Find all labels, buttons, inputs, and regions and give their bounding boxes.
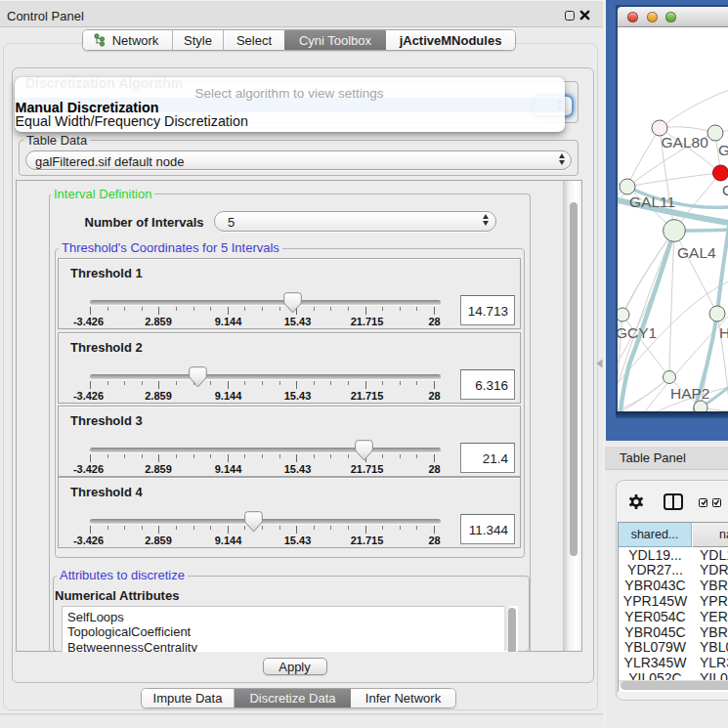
svg-text:GAL11: GAL11: [629, 193, 675, 210]
svg-text:GAL80: GAL80: [662, 134, 709, 150]
svg-text:H: H: [719, 324, 728, 341]
svg-text:HAP2: HAP2: [670, 385, 710, 402]
svg-text:GCY1: GCY1: [618, 324, 657, 341]
svg-text:GAL4: GAL4: [677, 244, 716, 261]
svg-text:GA: GA: [718, 142, 728, 158]
svg-text:C: C: [722, 182, 728, 198]
